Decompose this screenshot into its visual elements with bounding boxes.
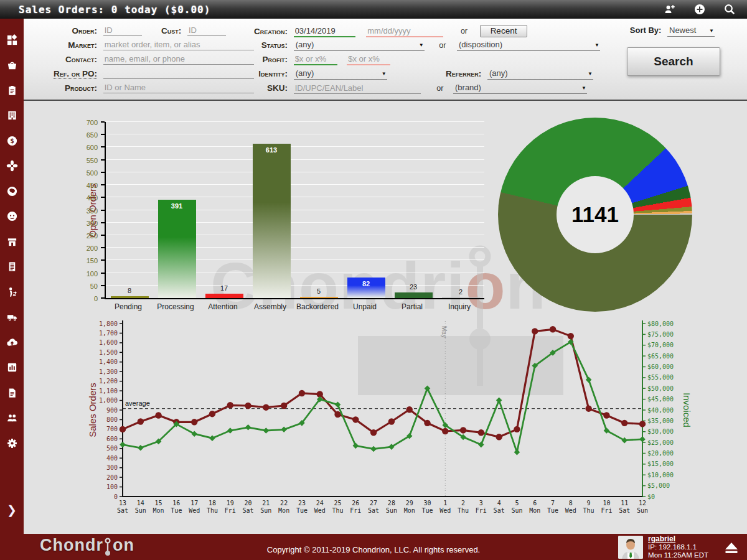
open-orders-donut-chart[interactable]: 1141 <box>498 118 692 312</box>
referrer-select[interactable]: (any) <box>487 68 593 80</box>
svg-text:Sat: Sat <box>494 507 505 514</box>
svg-text:700: 700 <box>106 426 118 432</box>
svg-text:9: 9 <box>587 500 591 506</box>
sku-input[interactable] <box>294 83 421 94</box>
sidebar-item-invoices[interactable] <box>0 254 24 280</box>
svg-text:900: 900 <box>106 407 118 414</box>
sort-select[interactable]: Newest <box>667 25 715 37</box>
svg-text:30: 30 <box>423 500 431 506</box>
sidebar-item-shipping[interactable] <box>0 305 24 330</box>
brand-select[interactable]: (brand) <box>453 82 587 94</box>
svg-text:$: $ <box>10 137 14 145</box>
bar-x-label: Backordered <box>294 302 341 311</box>
svg-text:18: 18 <box>209 500 216 506</box>
svg-text:21: 21 <box>262 500 270 506</box>
sales-invoiced-line-chart: 01002003004005006007008009001,0001,1001,… <box>87 317 697 526</box>
profit-min-input[interactable] <box>294 54 337 65</box>
product-label: Product: <box>24 83 97 93</box>
order-label: Order: <box>24 26 97 35</box>
svg-text:average: average <box>125 399 150 407</box>
svg-text:$45,000: $45,000 <box>647 396 674 403</box>
sidebar-item-dashboard[interactable] <box>0 27 24 53</box>
svg-text:Wed: Wed <box>439 507 451 514</box>
order-input[interactable] <box>103 25 142 36</box>
bar-processing[interactable]: 391 <box>153 122 200 298</box>
svg-text:12: 12 <box>639 500 646 506</box>
sidebar-item-tasks[interactable] <box>0 78 24 103</box>
bar-partial[interactable]: 23 <box>390 122 437 298</box>
creation-start-input[interactable] <box>294 26 355 37</box>
bar-x-label: Attention <box>199 302 247 311</box>
profit-max-input[interactable] <box>347 54 390 65</box>
bar-backordered[interactable]: 5 <box>295 122 342 298</box>
svg-text:Sat: Sat <box>368 507 379 514</box>
bar-chart-icon <box>6 362 18 373</box>
svg-text:$30,000: $30,000 <box>647 428 674 435</box>
svg-text:13: 13 <box>119 500 126 506</box>
svg-text:Thu: Thu <box>458 507 469 514</box>
search-icon[interactable] <box>723 3 736 16</box>
sidebar-item-reports[interactable] <box>0 355 24 381</box>
sidebar-item-store[interactable] <box>0 229 24 254</box>
svg-text:300: 300 <box>106 464 118 471</box>
or-text: or <box>439 41 446 50</box>
svg-text:10: 10 <box>603 500 610 506</box>
svg-text:5: 5 <box>515 500 519 506</box>
sidebar-item-web[interactable] <box>0 179 24 204</box>
disposition-select[interactable]: (disposition) <box>457 39 600 51</box>
sidebar: $ ❯ <box>0 19 24 534</box>
sidebar-item-locations[interactable] <box>0 103 24 129</box>
bar-pending[interactable]: 8 <box>106 122 153 298</box>
market-label: Market: <box>24 40 97 50</box>
svg-text:24: 24 <box>316 500 324 506</box>
identity-select[interactable]: (any) <box>294 68 387 80</box>
logout-eject-icon[interactable] <box>722 541 741 554</box>
username-link[interactable]: rgabriel <box>648 535 708 543</box>
sidebar-expand-chevron-icon[interactable]: ❯ <box>7 503 17 516</box>
status-select[interactable]: (any) <box>294 39 425 51</box>
svg-text:600: 600 <box>106 436 118 442</box>
sidebar-item-orders[interactable] <box>0 53 24 78</box>
globe-icon <box>6 185 18 197</box>
svg-text:$65,000: $65,000 <box>647 353 674 360</box>
svg-text:1,700: 1,700 <box>99 330 118 337</box>
or-text: or <box>461 27 467 35</box>
store-icon <box>6 236 18 248</box>
bar-x-label: Processing <box>152 302 199 311</box>
svg-text:Sun: Sun <box>260 507 271 514</box>
sidebar-item-settings[interactable] <box>0 431 24 456</box>
sort-by-label: Sort By: <box>630 26 662 35</box>
svg-text:$40,000: $40,000 <box>647 407 674 414</box>
sidebar-item-documents[interactable] <box>0 380 24 406</box>
sidebar-item-operations[interactable] <box>0 154 24 179</box>
svg-text:Fri: Fri <box>601 507 612 514</box>
creation-end-input[interactable] <box>366 26 443 37</box>
add-icon[interactable] <box>693 3 706 16</box>
svg-text:19: 19 <box>227 500 234 506</box>
bar-inquiry[interactable]: 2 <box>437 122 484 298</box>
sidebar-item-returns[interactable] <box>0 279 24 305</box>
sidebar-item-upload[interactable] <box>0 330 24 355</box>
svg-text:1,300: 1,300 <box>99 368 118 375</box>
refpo-label: Ref. or PO: <box>24 69 97 78</box>
or-text: or <box>436 84 443 93</box>
svg-text:Mon: Mon <box>153 507 164 514</box>
identity-label: Identity: <box>218 69 288 78</box>
svg-text:29: 29 <box>406 500 413 506</box>
sidebar-item-finance[interactable]: $ <box>0 128 24 154</box>
recent-button[interactable]: Recent <box>480 25 528 37</box>
face-icon <box>6 210 18 222</box>
bar-attention[interactable]: 17 <box>200 122 248 298</box>
svg-text:100: 100 <box>106 483 118 490</box>
svg-text:1,400: 1,400 <box>99 358 118 365</box>
sidebar-item-contacts[interactable] <box>0 406 24 431</box>
sidebar-item-customers[interactable] <box>0 204 24 230</box>
svg-text:$0: $0 <box>647 493 655 500</box>
user-datetime: Mon 11:25AM EDT <box>648 551 708 559</box>
bar-assembly[interactable]: 613 <box>248 122 295 298</box>
person-exchange-icon <box>6 286 18 298</box>
search-button[interactable]: Search <box>627 47 720 76</box>
add-user-icon[interactable] <box>664 3 676 16</box>
bar-unpaid[interactable]: 82 <box>342 122 390 298</box>
gear-icon <box>6 437 18 449</box>
